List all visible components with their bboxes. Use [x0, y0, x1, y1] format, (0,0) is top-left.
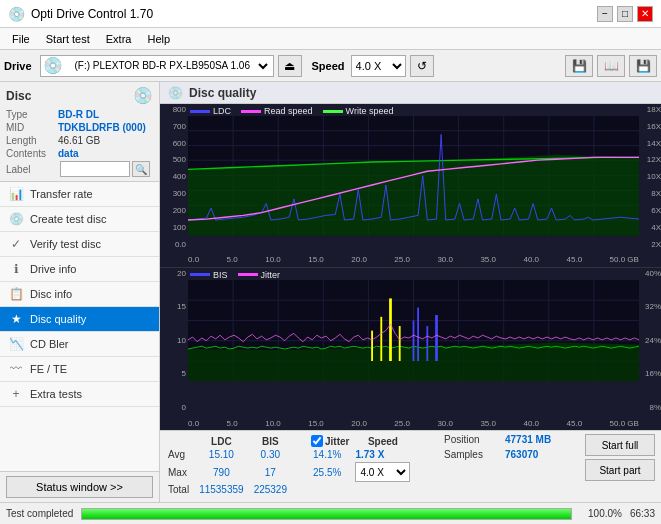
ldc-max: 790: [197, 461, 252, 483]
total-label: Total: [166, 483, 197, 496]
jitter-checkbox[interactable]: [311, 435, 323, 447]
menu-file[interactable]: File: [4, 31, 38, 47]
ldc-col-header: LDC: [197, 434, 252, 448]
minimize-button[interactable]: −: [597, 6, 613, 22]
fe-te-icon: 〰: [8, 362, 24, 376]
sidebar-item-drive-info[interactable]: ℹ Drive info: [0, 257, 159, 282]
bis-total: 225329: [252, 483, 295, 496]
x-axis-top: 0.0 5.0 10.0 15.0 20.0 25.0 30.0 35.0 40…: [188, 253, 639, 267]
sidebar-nav: 📊 Transfer rate 💿 Create test disc ✓ Ver…: [0, 182, 159, 471]
eject-button[interactable]: ⏏: [278, 55, 302, 77]
progress-bar: [81, 508, 572, 520]
close-button[interactable]: ✕: [637, 6, 653, 22]
legend-read-speed: Read speed: [241, 106, 313, 116]
chart-header: 💿 Disc quality: [160, 82, 661, 104]
sidebar-item-transfer-rate[interactable]: 📊 Transfer rate: [0, 182, 159, 207]
legend-jitter: Jitter: [238, 270, 281, 280]
chart-svg-bottom: [188, 280, 639, 381]
contents-value: data: [58, 148, 79, 159]
ldc-total: 11535359: [197, 483, 252, 496]
menu-extra[interactable]: Extra: [98, 31, 140, 47]
read-disc-button[interactable]: 📖: [597, 55, 625, 77]
sidebar: Disc 💿 Type BD-R DL MID TDKBLDRFB (000) …: [0, 82, 160, 502]
charts-container: 800 700 600 500 400 300 200 100 0.0 18X …: [160, 104, 661, 430]
disc-section-title: Disc: [6, 89, 31, 103]
right-stats: Position 47731 MB Samples 763070: [444, 434, 565, 460]
disc-info-icon: 📋: [8, 287, 24, 301]
stats-bar: LDC BIS Jitter Speed Avg 15.10 0.30: [160, 430, 661, 502]
disc-quality-icon: ★: [8, 312, 24, 326]
write-speed-color: [323, 110, 343, 113]
status-text: Test completed: [6, 508, 73, 519]
bis-color: [190, 273, 210, 276]
read-speed-color: [241, 110, 261, 113]
x-axis-bottom: 0.0 5.0 10.0 15.0 20.0 25.0 30.0 35.0 40…: [188, 416, 639, 430]
refresh-button[interactable]: ↺: [410, 55, 434, 77]
max-label: Max: [166, 461, 197, 483]
disc-label-input[interactable]: [60, 161, 130, 177]
legend-ldc: LDC: [190, 106, 231, 116]
verify-disc-label: Verify test disc: [30, 238, 101, 250]
mid-value: TDKBLDRFB (000): [58, 122, 146, 133]
bis-col-header: BIS: [252, 434, 295, 448]
length-value: 46.61 GB: [58, 135, 100, 146]
type-label: Type: [6, 109, 58, 120]
sidebar-item-disc-quality[interactable]: ★ Disc quality: [0, 307, 159, 332]
speed-select[interactable]: 4.0 X: [351, 55, 406, 77]
write-disc-button[interactable]: 💾: [565, 55, 593, 77]
jitter-color: [238, 273, 258, 276]
transfer-rate-icon: 📊: [8, 187, 24, 201]
toolbar: Drive 💿 (F:) PLEXTOR BD-R PX-LB950SA 1.0…: [0, 50, 661, 82]
disc-label-search[interactable]: 🔍: [132, 161, 150, 177]
ldc-color: [190, 110, 210, 113]
drive-select[interactable]: (F:) PLEXTOR BD-R PX-LB950SA 1.06: [67, 55, 271, 77]
disc-quality-label: Disc quality: [30, 313, 86, 325]
disc-panel: Disc 💿 Type BD-R DL MID TDKBLDRFB (000) …: [0, 82, 159, 182]
sidebar-item-fe-te[interactable]: 〰 FE / TE: [0, 357, 159, 382]
cd-bler-label: CD Bler: [30, 338, 69, 350]
y-axis-right-top: 18X 16X 14X 12X 10X 8X 6X 4X 2X: [639, 104, 661, 251]
mid-label: MID: [6, 122, 58, 133]
drive-label: Drive: [4, 60, 32, 72]
legend-top: LDC Read speed Write speed: [190, 106, 393, 116]
chart-top: 800 700 600 500 400 300 200 100 0.0 18X …: [160, 104, 661, 268]
extra-tests-icon: +: [8, 387, 24, 401]
titlebar-controls: − □ ✕: [597, 6, 653, 22]
cd-bler-icon: 📉: [8, 337, 24, 351]
sidebar-item-cd-bler[interactable]: 📉 CD Bler: [0, 332, 159, 357]
sidebar-item-disc-info[interactable]: 📋 Disc info: [0, 282, 159, 307]
titlebar-left: 💿 Opti Drive Control 1.70: [8, 6, 153, 22]
legend-bottom: BIS Jitter: [190, 270, 280, 280]
speed-display: 1.73 X: [353, 448, 418, 461]
length-label: Length: [6, 135, 58, 146]
samples-row: Samples 763070: [444, 449, 565, 460]
save-button[interactable]: 💾: [629, 55, 657, 77]
disc-label-key: Label: [6, 164, 58, 175]
content-area: 💿 Disc quality 800 700 600 500 400 300 2…: [160, 82, 661, 502]
legend-bis: BIS: [190, 270, 228, 280]
speed-select2[interactable]: 4.0 X: [355, 462, 410, 482]
start-part-button[interactable]: Start part: [585, 459, 655, 481]
maximize-button[interactable]: □: [617, 6, 633, 22]
chart-svg-top: [188, 116, 639, 236]
status-window-button[interactable]: Status window >>: [6, 476, 153, 498]
sidebar-item-create-test-disc[interactable]: 💿 Create test disc: [0, 207, 159, 232]
samples-val: 763070: [505, 449, 565, 460]
progress-pct: 100.0%: [580, 508, 622, 519]
stats-table: LDC BIS Jitter Speed Avg 15.10 0.30: [166, 434, 418, 496]
menu-start-test[interactable]: Start test: [38, 31, 98, 47]
sidebar-item-verify-test-disc[interactable]: ✓ Verify test disc: [0, 232, 159, 257]
start-full-button[interactable]: Start full: [585, 434, 655, 456]
chart-title: Disc quality: [189, 86, 256, 100]
position-label: Position: [444, 434, 499, 445]
contents-label: Contents: [6, 148, 58, 159]
menu-help[interactable]: Help: [139, 31, 178, 47]
progress-fill: [82, 509, 571, 519]
create-disc-icon: 💿: [8, 212, 24, 226]
type-value: BD-R DL: [58, 109, 99, 120]
legend-write-speed: Write speed: [323, 106, 394, 116]
sidebar-item-extra-tests[interactable]: + Extra tests: [0, 382, 159, 407]
y-axis-right-bottom: 40% 32% 24% 16% 8%: [639, 268, 661, 415]
status-time: 66:33: [630, 508, 655, 519]
avg-label: Avg: [166, 448, 197, 461]
